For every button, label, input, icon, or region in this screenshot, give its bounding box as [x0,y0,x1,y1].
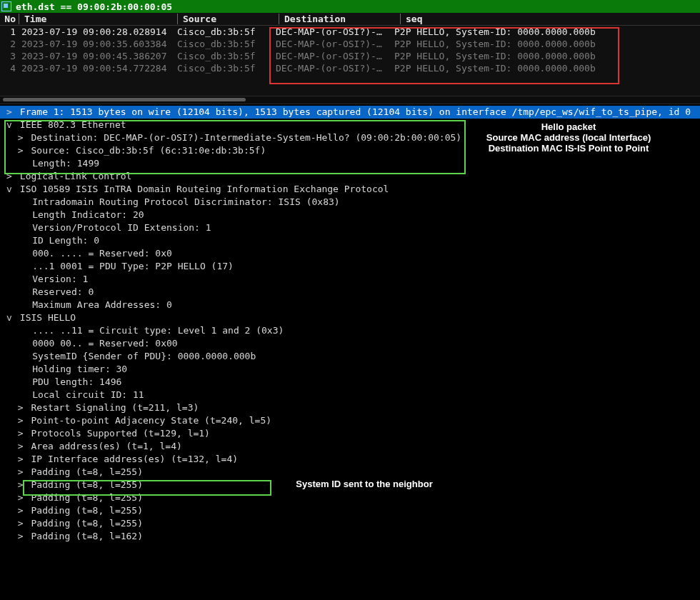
cell-dst: DEC-MAP-(or-OSI?)-… [273,51,391,61]
chevron-right-icon[interactable]: > [16,401,26,414]
iso-field[interactable]: ...1 0001 = PDU Type: P2P HELLO (17) [0,260,700,273]
packet-details-pane: > Frame 1: 1513 bytes on wire (12104 bit… [0,104,700,543]
cell-src: Cisco_db:3b:5f [174,63,273,74]
hello-sub[interactable]: > Protocols Supported (t=129, l=1) [0,427,700,440]
hello-padding[interactable]: > Padding (t=8, l=162) [0,530,700,543]
cell-src: Cisco_db:3b:5f [174,51,273,61]
iso-field[interactable]: Version: 1 [0,273,700,286]
cell-info: P2P HELLO, System-ID: 0000.0000.000b [391,63,700,74]
packet-row[interactable]: 32023-07-19 09:00:45.386207Cisco_db:3b:5… [0,50,700,62]
chevron-right-icon[interactable]: > [16,517,26,530]
hello-sub[interactable]: > IP Interface address(es) (t=132, l=4) [0,453,700,466]
iso-field[interactable]: ID Length: 0 [0,234,700,247]
bookmark-icon[interactable] [1,1,11,11]
chevron-right-icon[interactable]: > [4,170,14,183]
cell-no: 2 [0,39,19,49]
chevron-right-icon[interactable]: > [16,414,26,427]
cell-info: P2P HELLO, System-ID: 0000.0000.000b [391,39,700,49]
cell-time: 2023-07-19 09:00:54.772284 [19,63,174,74]
hello-field[interactable]: PDU length: 1496 [0,376,700,389]
hello-field[interactable]: Local circuit ID: 11 [0,389,700,401]
chevron-down-icon[interactable]: v [4,183,14,196]
col-header-src[interactable]: Source [177,13,279,25]
chevron-right-icon[interactable]: > [16,131,26,144]
tree-logical-link-control[interactable]: > Logical-Link Control [0,170,700,183]
cell-no: 3 [0,51,19,61]
cell-dst: DEC-MAP-(or-OSI?)-… [273,63,391,74]
iso-field[interactable]: Length Indicator: 20 [0,209,700,221]
chevron-right-icon[interactable]: > [16,453,26,466]
scrollbar-thumb[interactable] [3,98,246,101]
chevron-right-icon[interactable]: > [4,106,14,119]
annotation-system-id: System ID sent to the neighbor [286,479,443,489]
hello-field[interactable]: 0000 00.. = Reserved: 0x00 [0,337,700,350]
cell-dst: DEC-MAP-(or-OSI?)-… [273,26,391,37]
iso-field[interactable]: 000. .... = Reserved: 0x0 [0,247,700,260]
chevron-right-icon[interactable]: > [16,479,26,491]
cell-info: P2P HELLO, System-ID: 0000.0000.000b [391,51,700,61]
hello-system-id[interactable]: SystemID {Sender of PDU}: 0000.0000.000b [0,350,700,363]
hello-sub[interactable]: > Point-to-point Adjacency State (t=240,… [0,414,700,427]
tree-isis-hello[interactable]: v ISIS HELLO [0,311,700,324]
hello-padding[interactable]: > Padding (t=8, l=255) [0,466,700,479]
packet-row[interactable]: 12023-07-19 09:00:28.028914Cisco_db:3b:5… [0,26,700,38]
chevron-right-icon[interactable]: > [16,427,26,440]
hello-padding[interactable]: > Padding (t=8, l=255) [0,517,700,530]
display-filter-bar[interactable]: eth.dst == 09:00:2b:00:00:05 [0,0,700,13]
horizontal-scrollbar[interactable] [0,96,700,104]
hello-padding[interactable]: > Padding (t=8, l=255) [0,504,700,517]
packet-list-pane: No Time Source Destination seq 12023-07-… [0,13,700,96]
eth-length[interactable]: Length: 1499 [0,157,700,170]
iso-field[interactable]: Version/Protocol ID Extension: 1 [0,221,700,234]
chevron-down-icon[interactable]: v [4,119,14,131]
cell-src: Cisco_db:3b:5f [174,39,273,49]
chevron-right-icon[interactable]: > [16,440,26,453]
col-header-dst[interactable]: Destination [279,13,400,25]
cell-no: 1 [0,26,19,37]
hello-field[interactable]: .... ..11 = Circuit type: Level 1 and 2 … [0,324,700,337]
frame-summary-line[interactable]: > Frame 1: 1513 bytes on wire (12104 bit… [0,106,700,119]
chevron-right-icon[interactable]: > [16,504,26,517]
col-header-no[interactable]: No [0,13,19,25]
chevron-right-icon[interactable]: > [16,144,26,157]
col-header-time[interactable]: Time [19,13,177,25]
cell-time: 2023-07-19 09:00:45.386207 [19,51,174,61]
cell-time: 2023-07-19 09:00:28.028914 [19,26,174,37]
hello-field[interactable]: Holding timer: 30 [0,363,700,376]
chevron-right-icon[interactable]: > [16,466,26,479]
tree-iso-isis[interactable]: v ISO 10589 ISIS InTRA Domain Routeing I… [0,183,700,196]
iso-field[interactable]: Reserved: 0 [0,286,700,299]
packet-row[interactable]: 42023-07-19 09:00:54.772284Cisco_db:3b:5… [0,62,700,74]
display-filter-text[interactable]: eth.dst == 09:00:2b:00:00:05 [16,1,172,12]
cell-info: P2P HELLO, System-ID: 0000.0000.000b [391,26,700,37]
packet-list-header: No Time Source Destination seq [0,13,700,26]
packet-row[interactable]: 22023-07-19 09:00:35.603384Cisco_db:3b:5… [0,38,700,50]
chevron-right-icon[interactable]: > [16,491,26,504]
iso-field[interactable]: Maximum Area Addresses: 0 [0,299,700,311]
cell-dst: DEC-MAP-(or-OSI?)-… [273,39,391,49]
hello-sub[interactable]: > Restart Signaling (t=211, l=3) [0,401,700,414]
hello-padding[interactable]: > Padding (t=8, l=255) [0,491,700,504]
cell-src: Cisco_db:3b:5f [174,26,273,37]
chevron-right-icon[interactable]: > [16,530,26,543]
cell-no: 4 [0,63,19,74]
chevron-down-icon[interactable]: v [4,311,14,324]
iso-field[interactable]: Intradomain Routing Protocol Discriminat… [0,196,700,209]
annotation-right: Hello packet Source MAC address (local I… [472,121,665,154]
cell-time: 2023-07-19 09:00:35.603384 [19,39,174,49]
col-header-seq[interactable]: seq [400,13,700,25]
hello-sub[interactable]: > Area address(es) (t=1, l=4) [0,440,700,453]
